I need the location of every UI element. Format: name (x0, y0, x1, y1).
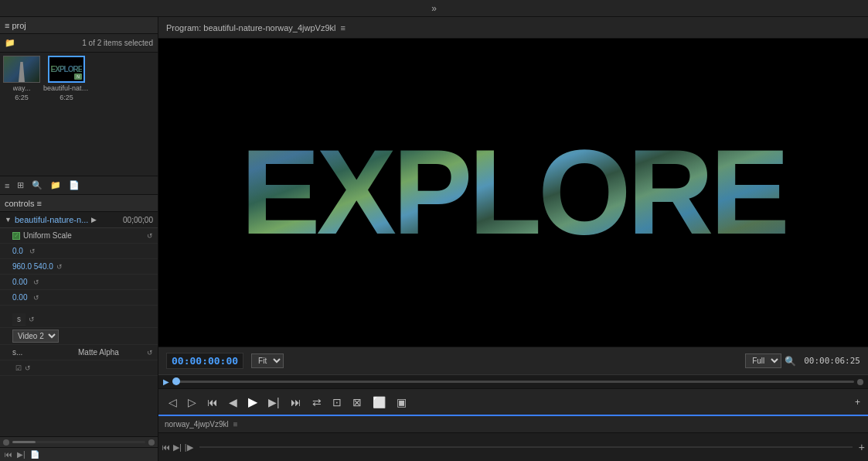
zoom-icon[interactable]: 🔍 (785, 356, 796, 367)
scrubber-head[interactable] (172, 377, 180, 385)
thumbnail-image-2: EXPLORE N (48, 56, 85, 83)
pc-right: Full 🔍 00:00:06:25 (745, 353, 860, 368)
timeline-controls: ⏮ ▶| |▶ (162, 442, 193, 452)
value-4: 0.00 (12, 293, 27, 302)
values-2-reset[interactable]: ↺ (56, 263, 63, 271)
thumbnail-label-2: beautiful-nature-norwa... (43, 84, 90, 92)
uniform-scale-row[interactable]: ✓ Uniform Scale ↺ (0, 228, 158, 244)
scrubber-bar[interactable]: ▶ (158, 374, 868, 388)
project-panel: ≡ proj 📁 1 of 2 items selected way... 6:… (0, 17, 158, 195)
uniform-scale-checkbox[interactable]: ✓ (12, 232, 20, 240)
value-1-reset[interactable]: ↺ (29, 248, 36, 255)
value-row-3[interactable]: 0.00 ↺ (0, 275, 158, 290)
list-view-btn[interactable]: ≡ (3, 181, 11, 190)
checkbox-icon[interactable]: ☑ (15, 364, 22, 372)
project-bottom-toolbar: ≡ ⊞ 🔍 📁 📄 (0, 176, 158, 194)
scrollbar-thumb[interactable] (12, 441, 36, 443)
clip-go-icon[interactable]: ▶ (91, 216, 97, 224)
quality-dropdown[interactable]: Full (745, 353, 781, 368)
mark-in-btn[interactable]: ◁ (166, 394, 179, 410)
tl-add-btn[interactable]: + (859, 441, 865, 453)
go-to-in-btn[interactable]: ⏮ (205, 394, 220, 410)
clip-expand-icon[interactable]: ▼ (5, 216, 12, 224)
playback-controls: ◁ ▷ ⏮ ◀ ▶ ▶| ⏭ ⇄ ⊡ ⊠ ⬜ ▣ + (158, 388, 868, 415)
go-to-out-btn[interactable]: ⏭ (288, 394, 304, 410)
program-controls-bar: 00:00:00:00 Fit Full 🔍 00:00:06:25 (158, 347, 868, 374)
section-reset[interactable]: ↺ (29, 316, 35, 323)
duration-timecode: 00:00:06:25 (804, 356, 860, 366)
thumb2-background: EXPLORE N (49, 57, 83, 81)
video-preview: EXPLORE (158, 39, 868, 347)
value-row-1[interactable]: 0.0 ↺ (0, 244, 158, 259)
explore-text: EXPLORE (240, 124, 786, 261)
project-toolbar: 📁 1 of 2 items selected (0, 34, 158, 53)
overwrite-btn[interactable]: ⊠ (350, 394, 364, 410)
scrubber-track[interactable] (172, 381, 854, 383)
fit-dropdown[interactable]: Fit (251, 353, 284, 368)
explore-text-container: EXPLORE (250, 53, 776, 332)
timeline-track (199, 446, 853, 448)
matte-alpha-reset[interactable]: ↺ (147, 349, 153, 357)
items-selected-label: 1 of 2 items selected (82, 39, 153, 47)
step-back-btn[interactable]: ◀ (226, 394, 240, 410)
video2-dropdown[interactable]: Video 2 (12, 330, 59, 343)
program-menu-icon[interactable]: ≡ (341, 23, 345, 32)
ec-new-btn[interactable]: 📄 (30, 450, 39, 459)
pc-left: 00:00:00:00 Fit (166, 353, 284, 369)
timeline-menu-icon[interactable]: ≡ (233, 420, 238, 429)
thumbnail-item-1[interactable]: way... 6:25 (3, 56, 40, 101)
matte-alpha-row[interactable]: s... Matte Alpha ↺ (0, 345, 158, 360)
timeline-header: norway_4jwpVz9kl ≡ (158, 416, 868, 433)
ec-step-btn[interactable]: ▶| (17, 450, 26, 459)
reset-all-icon[interactable]: ↺ (25, 364, 31, 372)
timeline-body: ⏮ ▶| |▶ + (158, 433, 868, 461)
left-panel: ≡ proj 📁 1 of 2 items selected way... 6:… (0, 17, 158, 461)
step-forward-btn[interactable]: ▶| (266, 394, 282, 410)
expand-icon[interactable]: » (431, 3, 437, 14)
scroll-right-btn[interactable] (148, 439, 155, 446)
extra-btn[interactable]: ▣ (394, 394, 409, 410)
thumbnail-label-1: way... (13, 84, 31, 92)
play-btn[interactable]: ▶ (246, 393, 260, 411)
scroll-left-btn[interactable] (3, 439, 9, 446)
effect-controls-content: ▼ beautiful-nature-n... ▶ 00;00;00 ✓ Uni… (0, 212, 158, 436)
effect-controls-panel: controls ≡ ▼ beautiful-nature-n... ▶ 00;… (0, 195, 158, 461)
folder-btn[interactable]: 📁 (49, 180, 63, 190)
tl-play[interactable]: ▶| (173, 442, 182, 452)
uniform-scale-reset[interactable]: ↺ (147, 232, 153, 240)
value-row-4[interactable]: 0.00 ↺ (0, 290, 158, 306)
scrubber-end-dot (857, 379, 863, 385)
search-btn[interactable]: 🔍 (30, 180, 44, 190)
value-3-reset[interactable]: ↺ (33, 278, 39, 286)
value-row-2[interactable]: 960.0 540.0 ↺ (0, 259, 158, 275)
bottom-icons-row: ☑ ↺ (0, 360, 158, 376)
effect-controls-clip-header: ▼ beautiful-nature-n... ▶ 00;00;00 (0, 212, 158, 228)
insert-btn[interactable]: ⊡ (330, 394, 344, 410)
loop-btn[interactable]: ⇄ (310, 394, 324, 410)
ec-play-btn[interactable]: ⏮ (5, 450, 12, 459)
scrollbar-area[interactable] (0, 436, 158, 447)
tl-step-forward[interactable]: |▶ (185, 442, 193, 452)
scrollbar-track[interactable] (12, 441, 145, 443)
effect-controls-title: controls ≡ (5, 199, 42, 208)
thumbnail-duration-1: 6:25 (15, 94, 29, 101)
grid-view-btn[interactable]: ⊞ (15, 180, 26, 190)
section-s-row: s ↺ (0, 312, 158, 328)
timecode-display: 00:00:00:00 (166, 353, 243, 369)
add-track-btn[interactable]: + (855, 397, 860, 408)
thumb2-badge: N (74, 73, 82, 80)
video2-row[interactable]: Video 2 (0, 328, 158, 345)
new-item-btn[interactable]: 📄 (67, 180, 81, 190)
matte-alpha-label: Matte Alpha (78, 348, 144, 357)
value-4-reset[interactable]: ↺ (33, 294, 39, 302)
folder-icon[interactable]: 📁 (5, 38, 15, 48)
tl-step-back[interactable]: ⏮ (162, 442, 170, 452)
right-panel: Program: beautiful-nature-norway_4jwpVz9… (158, 17, 868, 461)
export-frame-btn[interactable]: ⬜ (370, 394, 388, 410)
value-3: 0.00 (12, 278, 27, 286)
thumbnail-image-1 (3, 56, 40, 83)
thumbnail-item-2[interactable]: EXPLORE N beautiful-nature-norwa... 6:25 (43, 56, 90, 101)
clip-timecode: 00;00;00 (123, 216, 153, 224)
project-panel-header: ≡ proj (0, 17, 158, 34)
mark-out-btn[interactable]: ▷ (186, 394, 199, 410)
